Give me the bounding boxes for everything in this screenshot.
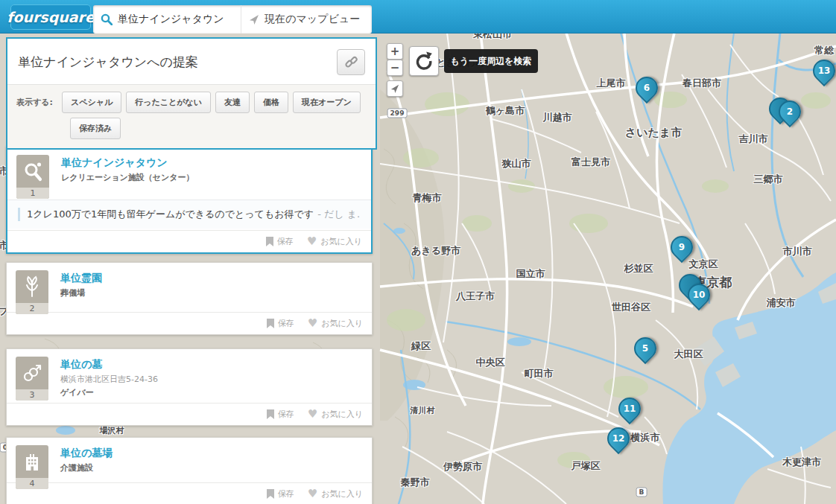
search-location-text: 現在のマップビュー <box>265 13 360 26</box>
link-icon <box>345 56 358 68</box>
map-pin-number: 9 <box>672 237 691 257</box>
save-button[interactable]: 保存 <box>267 318 294 329</box>
heart-icon: ♥ <box>308 488 317 500</box>
tip-author[interactable]: - だし ま. <box>317 208 360 220</box>
foursquare-logo[interactable]: foursquare <box>10 4 91 30</box>
venue-address: 横浜市港北区日吉5-24-36 <box>60 374 361 385</box>
result-card-3[interactable]: 3 単位の墓 横浜市港北区日吉5-24-36 ゲイバー 保存 ♥ お気に入り <box>6 348 373 426</box>
suggestions-title: 単位ナインジャタウンへの提案 <box>18 54 198 71</box>
favorite-label: お気に入り <box>321 318 363 329</box>
save-button[interactable]: 保存 <box>266 236 294 247</box>
venue-category: 介護施設 <box>60 462 361 473</box>
save-label: 保存 <box>278 318 294 329</box>
result-card-4[interactable]: 4 単位の墓場 介護施設 保存 ♥ お気に入り <box>6 437 373 504</box>
bookmark-icon <box>266 237 273 246</box>
favorite-label: お気に入り <box>320 236 362 247</box>
zoom-out-button[interactable]: − <box>387 60 403 76</box>
favorite-label: お気に入り <box>321 409 363 420</box>
male-male-icon <box>16 357 48 389</box>
venue-title-link[interactable]: 単位ナインジャタウン <box>61 156 361 170</box>
map-pin-number: 5 <box>636 339 655 358</box>
foursquare-map-page: 東松山市常総ときがわ町上尾市春日部市鶴ヶ島市川越市さいたま市吉川市狭山市富士見市… <box>0 0 836 504</box>
result-number: 4 <box>16 478 48 489</box>
result-card-1[interactable]: 1 単位ナインジャタウン レクリエーション施設（センター） 1クレ100万で1年… <box>6 146 373 254</box>
venue-title-link[interactable]: 単位霊園 <box>60 272 361 285</box>
favorite-button[interactable]: ♥ お気に入り <box>307 236 362 247</box>
favorite-button[interactable]: ♥ お気に入り <box>308 409 363 420</box>
search-query-text: 単位ナインジャタウン <box>118 13 224 26</box>
venue-title-link[interactable]: 単位の墓場 <box>60 447 361 460</box>
save-label: 保存 <box>278 409 294 420</box>
locate-arrow-icon <box>390 84 399 93</box>
venue-tip: 1クレ100万で1年間も留年ゲームができるのでとってもお得です- だし ま. <box>7 200 371 229</box>
filter-saved[interactable]: 保存済み <box>70 118 121 139</box>
search-box: 単位ナインジャタウン 現在のマップビュー <box>93 5 372 34</box>
map-pin-5[interactable]: 5 <box>630 333 661 364</box>
filter-not-visited[interactable]: 行ったことがない <box>126 92 211 113</box>
map-pin-number: 11 <box>620 399 639 418</box>
table-tennis-icon <box>16 155 49 188</box>
favorite-button[interactable]: ♥ お気に入り <box>308 318 363 329</box>
bookmark-icon <box>267 489 274 499</box>
map-pin-number: 13 <box>814 61 834 80</box>
search-again-tooltip: もう一度周辺を検索 <box>444 49 538 73</box>
venue-category: レクリエーション施設（センター） <box>61 172 361 183</box>
search-icon <box>101 13 113 25</box>
venue-icon: 2 <box>16 270 48 314</box>
bookmark-icon <box>267 409 274 419</box>
venue-icon: 1 <box>16 155 49 199</box>
location-arrow-icon <box>249 14 259 25</box>
map-pin-number: 6 <box>637 78 656 98</box>
favorite-button[interactable]: ♥ お気に入り <box>308 488 363 500</box>
heart-icon: ♥ <box>308 318 317 329</box>
venue-category: 葬儀場 <box>60 287 361 299</box>
map-pin-6[interactable]: 6 <box>631 72 662 103</box>
favorite-label: お気に入り <box>321 488 363 500</box>
permalink-button[interactable] <box>337 49 365 75</box>
heart-icon: ♥ <box>308 409 317 420</box>
result-card-2[interactable]: 2 単位霊園 葬儀場 保存 ♥ お気に入り <box>6 262 373 335</box>
flower-icon <box>16 270 48 303</box>
suggestions-panel: 単位ナインジャタウンへの提案 表示する: スペシャル 行ったことがない 友達 価… <box>6 37 377 150</box>
map-pin-number: 12 <box>609 429 628 448</box>
search-query-field[interactable]: 単位ナインジャタウン <box>93 5 241 34</box>
tip-quote-bar <box>18 208 20 221</box>
heart-icon: ♥ <box>307 236 317 247</box>
map-pin-9[interactable]: 9 <box>666 232 697 263</box>
venue-icon: 3 <box>16 357 48 401</box>
show-filter-label: 表示する: <box>16 97 53 108</box>
map-pin-13[interactable]: 13 <box>808 55 836 86</box>
result-number: 1 <box>16 188 49 199</box>
save-label: 保存 <box>277 236 294 247</box>
refresh-search-button[interactable] <box>409 46 439 76</box>
map-pin-11[interactable]: 11 <box>614 393 645 424</box>
venue-title-link[interactable]: 単位の墓 <box>60 358 361 371</box>
locate-button[interactable] <box>387 80 403 97</box>
tip-text: 1クレ100万で1年間も留年ゲームができるのでとってもお得です <box>27 208 314 220</box>
filters-section: 表示する: スペシャル 行ったことがない 友達 価格 現在オープン 保存済み <box>7 84 376 148</box>
save-button[interactable]: 保存 <box>267 409 294 420</box>
building-icon <box>16 445 48 478</box>
filter-friends[interactable]: 友達 <box>215 92 250 113</box>
map-pin-12[interactable]: 12 <box>603 423 634 454</box>
filter-open-now[interactable]: 現在オープン <box>293 92 361 113</box>
zoom-in-button[interactable]: + <box>387 43 403 60</box>
result-number: 3 <box>16 389 48 401</box>
venue-category: ゲイバー <box>60 387 361 398</box>
save-button[interactable]: 保存 <box>267 488 294 500</box>
refresh-icon <box>414 51 434 71</box>
filter-price[interactable]: 価格 <box>254 92 288 113</box>
save-label: 保存 <box>278 488 294 500</box>
bookmark-icon <box>267 319 274 328</box>
venue-icon: 4 <box>16 445 48 489</box>
map-pin-number: 2 <box>780 102 799 121</box>
map-pin-number: 10 <box>689 285 709 304</box>
search-location-field[interactable]: 現在のマップビュー <box>241 5 372 34</box>
filter-specials[interactable]: スペシャル <box>62 92 121 113</box>
result-number: 2 <box>16 303 48 314</box>
